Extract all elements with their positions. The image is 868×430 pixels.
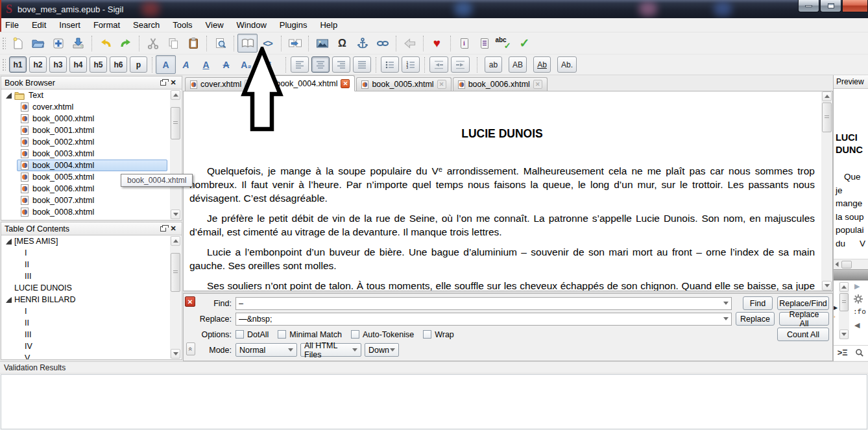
- subscript-button[interactable]: A₂: [236, 55, 256, 74]
- preview-header[interactable]: Preview: [834, 75, 868, 89]
- folder-item-text[interactable]: Text: [1, 90, 182, 101]
- replace-button[interactable]: Replace: [736, 312, 775, 326]
- scroll-thumb[interactable]: [171, 107, 180, 139]
- checkbox-icon[interactable]: [235, 330, 244, 339]
- mode-select[interactable]: Normal: [235, 343, 297, 357]
- replace-find-button[interactable]: Replace/Find: [777, 296, 829, 310]
- align-left-button[interactable]: [291, 56, 309, 73]
- heading-3-button[interactable]: h3: [49, 56, 67, 73]
- dock-arrow-icon[interactable]: ▶: [834, 305, 838, 311]
- heading-5-button[interactable]: h5: [90, 56, 107, 73]
- scroll-up-arrow[interactable]: [822, 91, 832, 101]
- book-view-editor[interactable]: LUCIE DUNOIS Quelquefois, je mange à la …: [183, 91, 833, 291]
- toc-item[interactable]: LUCIE DUNOIS: [1, 282, 182, 294]
- minimize-button[interactable]: [798, 0, 819, 12]
- count-all-button[interactable]: Count All: [777, 328, 829, 341]
- bullet-list-button[interactable]: [381, 56, 399, 73]
- tab-cover[interactable]: cover.xhtml ✕: [185, 77, 259, 91]
- scroll-thumb[interactable]: [841, 261, 852, 269]
- italic-button[interactable]: A: [176, 55, 196, 74]
- file-item[interactable]: book_0007.xhtml: [1, 195, 182, 206]
- align-right-button[interactable]: [332, 56, 350, 73]
- toc-item[interactable]: III: [1, 270, 182, 282]
- spellcheck-button[interactable]: abc✓: [494, 34, 514, 53]
- copy-button[interactable]: [163, 34, 183, 53]
- metadata-editor-button[interactable]: i: [454, 34, 474, 53]
- uppercase-button[interactable]: AB: [509, 56, 527, 73]
- heading-6-button[interactable]: h6: [110, 56, 127, 73]
- toolbar-grip[interactable]: [2, 58, 6, 71]
- heading-4-button[interactable]: h4: [69, 56, 87, 73]
- undo-button[interactable]: [95, 34, 115, 53]
- menu-tools[interactable]: Tools: [166, 19, 199, 32]
- option-dotall[interactable]: DotAll: [235, 330, 269, 339]
- checkbox-icon[interactable]: [423, 330, 431, 339]
- magnifier-icon[interactable]: [855, 348, 864, 357]
- undock-panel-button[interactable]: [158, 224, 168, 233]
- find-input[interactable]: [236, 299, 721, 308]
- toolbar-grip[interactable]: [2, 37, 6, 50]
- donate-button[interactable]: ♥: [427, 34, 447, 53]
- insert-link-button[interactable]: [372, 34, 392, 53]
- checkbox-icon[interactable]: [351, 330, 359, 339]
- toc-scrollbar[interactable]: [170, 236, 181, 359]
- bold-button[interactable]: A: [156, 55, 176, 74]
- numbered-list-button[interactable]: 123: [402, 56, 420, 73]
- toc-item[interactable]: III: [1, 329, 182, 340]
- book-view-button[interactable]: [237, 34, 258, 53]
- special-character-button[interactable]: Ω: [332, 34, 352, 53]
- close-panel-button[interactable]: ✕: [168, 78, 178, 88]
- menu-file[interactable]: File: [0, 19, 25, 32]
- find-replace-button[interactable]: [210, 34, 230, 53]
- gear-icon[interactable]: [853, 294, 863, 304]
- scroll-thumb[interactable]: [822, 102, 832, 132]
- save-button[interactable]: [68, 34, 88, 53]
- tab-book-0006[interactable]: book_0006.xhtml ✕: [453, 77, 548, 91]
- replace-all-button[interactable]: Replace All: [779, 312, 829, 326]
- direction-select[interactable]: Down: [365, 343, 399, 357]
- heading-1-button[interactable]: h1: [9, 56, 27, 73]
- editor-scrollbar[interactable]: [821, 91, 832, 291]
- preview-hscrollbar[interactable]: [834, 259, 868, 269]
- dropdown-arrow-icon[interactable]: [721, 313, 731, 325]
- validate-epub-button[interactable]: ✓: [514, 34, 535, 53]
- capitalize-button[interactable]: Ab.: [557, 56, 577, 73]
- file-item-selected[interactable]: book_0004.xhtml: [17, 160, 167, 171]
- insert-id-button[interactable]: [352, 34, 372, 53]
- option-auto-tokenise[interactable]: Auto-Tokenise: [351, 330, 414, 339]
- scroll-left-arrow[interactable]: [836, 262, 839, 267]
- caret-expanded-icon[interactable]: [6, 239, 12, 245]
- menu-plugins[interactable]: Plugins: [273, 19, 314, 32]
- paragraph-button[interactable]: p: [130, 56, 147, 73]
- insert-image-button[interactable]: [312, 34, 332, 53]
- file-item[interactable]: book_0003.xhtml: [1, 148, 182, 160]
- dock-arrow-icon[interactable]: ›: [834, 315, 836, 320]
- superscript-button[interactable]: A²: [256, 55, 276, 74]
- toc-item[interactable]: II: [1, 259, 182, 270]
- file-item[interactable]: book_0008.xhtml: [1, 206, 182, 218]
- heading-2-button[interactable]: h2: [29, 56, 47, 73]
- option-wrap[interactable]: Wrap: [423, 330, 454, 339]
- add-existing-button[interactable]: [48, 34, 68, 53]
- maximize-button[interactable]: [820, 0, 841, 12]
- align-justify-button[interactable]: [353, 56, 371, 73]
- close-button[interactable]: [842, 0, 868, 12]
- tab-close-button[interactable]: ✕: [437, 80, 446, 89]
- validation-results-body[interactable]: [1, 374, 867, 429]
- tab-close-button[interactable]: ✕: [341, 79, 350, 88]
- dropdown-arrow-icon[interactable]: [721, 298, 731, 309]
- toc-item[interactable]: [MES AMIS]: [1, 235, 182, 247]
- caret-expanded-icon[interactable]: [6, 93, 12, 99]
- preview-splitter[interactable]: [834, 269, 868, 280]
- book-browser-header[interactable]: Book Browser ✕: [1, 76, 182, 90]
- strikethrough-button[interactable]: A: [216, 55, 236, 74]
- outdent-button[interactable]: [429, 56, 448, 73]
- menu-format[interactable]: Format: [87, 19, 127, 32]
- scroll-thumb[interactable]: [171, 253, 180, 292]
- option-minimal-match[interactable]: Minimal Match: [278, 330, 342, 339]
- toc-item[interactable]: I: [1, 247, 182, 259]
- scroll-down-arrow[interactable]: [839, 329, 849, 339]
- tab-book-0005[interactable]: book_0005.xhtml ✕: [356, 77, 451, 91]
- code-view-button[interactable]: <>: [258, 34, 278, 53]
- file-item[interactable]: book_0000.xhtml: [1, 113, 182, 125]
